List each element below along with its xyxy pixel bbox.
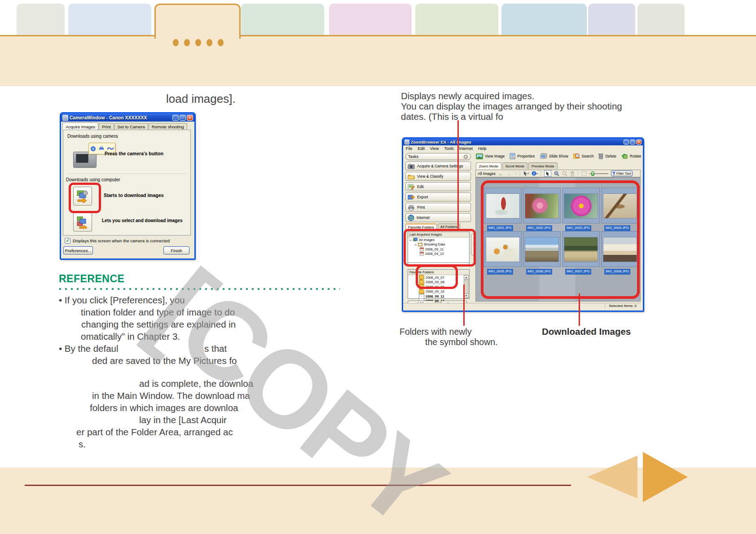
close-button[interactable]: ×	[636, 140, 642, 144]
maximize-button[interactable]: □	[630, 140, 635, 144]
task-print[interactable]: Print	[405, 203, 471, 212]
edit-icon	[408, 184, 415, 190]
finish-button[interactable]: Finish	[163, 246, 189, 254]
annotation-box-last-acquired	[404, 229, 476, 267]
info-dropdown[interactable]: i ▾	[532, 171, 538, 176]
hand-pan-icon[interactable]	[570, 171, 575, 176]
acquire-images-tab-page: Downloads using camera Press the camera'…	[63, 130, 191, 236]
tab-set-to-camera[interactable]: Set to Camera	[114, 123, 148, 130]
delete-button[interactable]: Delete	[598, 153, 616, 159]
active-tab-dot	[173, 39, 179, 46]
divider	[67, 174, 186, 175]
tab-acquire-images[interactable]: Acquire Images	[62, 123, 98, 130]
export-icon	[408, 194, 415, 200]
minimize-button[interactable]: _	[172, 115, 179, 121]
filter-tool-label: Filter Tool	[616, 171, 631, 176]
menu-internet[interactable]: Internet	[459, 146, 473, 151]
print-share-button-icon	[90, 146, 96, 152]
tasks-header: Tasks	[405, 153, 471, 160]
task-edit[interactable]: Edit	[405, 182, 471, 191]
task-label: Acquire & Camera Settings	[417, 164, 463, 168]
menu-help[interactable]: Help	[478, 146, 487, 151]
task-export[interactable]: Export	[405, 193, 471, 201]
tab-remote-shooting[interactable]: Remote shooting	[149, 123, 187, 130]
minimize-button[interactable]: _	[624, 140, 629, 144]
sentence-fragment: load images].	[166, 92, 236, 106]
select-download-button[interactable]	[73, 213, 92, 232]
camera-window-icon	[62, 115, 68, 121]
preferences-button[interactable]: Preferences...	[63, 246, 93, 254]
section-label: Downloads using camera	[67, 134, 118, 139]
next-page-icon[interactable]	[643, 452, 688, 502]
marquee-icon[interactable]	[581, 171, 587, 176]
chapter-tab-4[interactable]	[241, 4, 324, 35]
active-tab-dot	[195, 39, 201, 46]
chapter-tab-9[interactable]	[637, 4, 685, 35]
toolbar-label: Slide Show	[549, 154, 568, 158]
filter-tool-button[interactable]: Filter Tool	[611, 171, 633, 176]
svg-text:i: i	[533, 171, 534, 175]
close-button[interactable]: ×	[187, 115, 193, 121]
zoom-in-icon[interactable]	[554, 171, 559, 176]
chapter-tab-8[interactable]	[588, 4, 635, 35]
slide-show-button[interactable]: Slide Show	[540, 153, 568, 159]
camera-window: CameraWindow - Canon XXXXXXX _ □ × Acqui…	[60, 112, 196, 260]
task-internet[interactable]: Internet	[405, 213, 471, 222]
caption-folders-line2: the symbol shown.	[425, 337, 498, 347]
camera-window-titlebar[interactable]: CameraWindow - Canon XXXXXXX _ □ ×	[61, 114, 194, 122]
chapter-tab-3-active[interactable]	[154, 4, 241, 39]
start-download-label: Starts to download images	[104, 193, 164, 198]
properties-icon	[510, 153, 515, 159]
globe-icon	[408, 214, 414, 221]
chapter-tab-6[interactable]	[415, 4, 498, 35]
selected-items-status: Selected Items: 0	[605, 304, 637, 308]
search-button[interactable]: Search	[573, 153, 594, 159]
menu-tools[interactable]: Tools	[444, 146, 453, 151]
tab-zoom-mode[interactable]: Zoom Mode	[476, 162, 501, 169]
previous-page-icon[interactable]	[587, 455, 637, 499]
task-acquire-camera-settings[interactable]: Acquire & Camera Settings	[405, 162, 471, 171]
forward-arrow-icon[interactable]: →	[506, 171, 512, 177]
menu-edit[interactable]: Edit	[418, 146, 425, 151]
header-underline	[0, 86, 756, 86]
pointer-tool-button[interactable]	[544, 170, 551, 177]
tab-scroll-mode[interactable]: Scroll Mode	[502, 162, 527, 169]
up-arrow-icon[interactable]: ↑	[514, 171, 517, 177]
zoombrowser-titlebar[interactable]: ZoomBrowser EX - All Images _ □ ×	[403, 139, 643, 145]
checkbox-checked[interactable]: ✓	[65, 238, 70, 244]
properties-button[interactable]: Properties	[510, 153, 535, 159]
collapse-tasks-icon[interactable]	[463, 154, 468, 159]
scroll-up-icon[interactable]: ▲	[464, 275, 469, 280]
chapter-tab-7[interactable]	[501, 4, 587, 35]
maximize-button[interactable]: □	[180, 115, 186, 121]
select-download-label: Lets you select and download images	[102, 218, 183, 223]
toolbar-label: Rotate	[630, 154, 641, 158]
reference-line-fragment: s that	[204, 343, 227, 354]
folder-row-new[interactable]: ↓2006_09_11	[408, 294, 469, 299]
search-icon	[573, 153, 580, 159]
divider	[520, 171, 521, 176]
chapter-tab-1[interactable]	[17, 4, 65, 35]
back-arrow-icon[interactable]: ←	[498, 171, 504, 177]
reference-line: lay in the [Last Acquir	[139, 415, 227, 425]
chapter-tab-5[interactable]	[329, 4, 412, 35]
view-image-button[interactable]: View Image	[476, 153, 505, 159]
folder-row[interactable]: 2006_09_10	[408, 289, 469, 294]
rotate-button[interactable]: Rotate	[621, 153, 641, 159]
task-view-classify[interactable]: View & Classify	[405, 172, 471, 181]
printer-icon	[98, 146, 105, 151]
chapter-tab-2[interactable]	[68, 4, 151, 35]
caption-downloaded-images: Downloaded Images	[542, 326, 631, 337]
tasks-label: Tasks	[408, 154, 463, 159]
folder-icon	[408, 174, 415, 179]
thumbnail-size-slider[interactable]	[589, 171, 608, 176]
reference-dotted-rule	[59, 288, 340, 291]
checkbox-label: Displays this screen when the camera is …	[73, 238, 170, 243]
zoom-out-icon[interactable]	[562, 171, 567, 176]
select-tool-dropdown-icon[interactable]	[523, 171, 529, 176]
tab-print[interactable]: Print	[99, 123, 114, 130]
menu-view[interactable]: View	[430, 146, 439, 151]
menu-file[interactable]: File	[406, 146, 413, 151]
reference-line: folders in which images are downloa	[90, 403, 238, 413]
tab-preview-mode[interactable]: Preview Mode	[528, 162, 558, 169]
